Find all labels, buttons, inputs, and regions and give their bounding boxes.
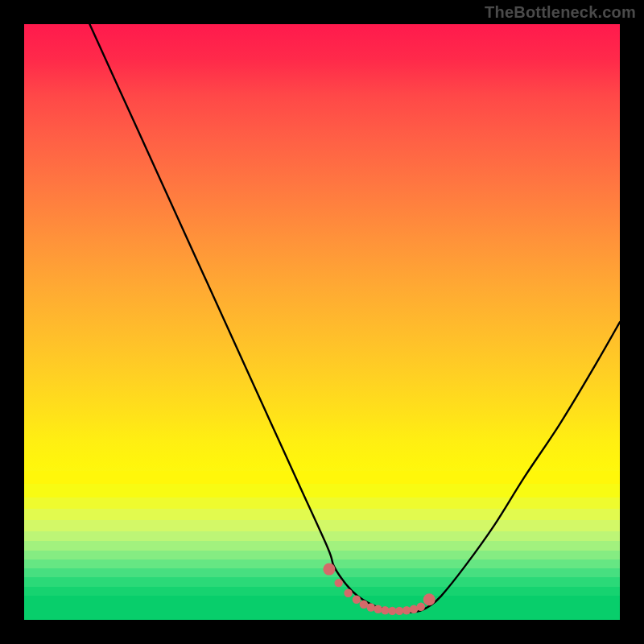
attribution-label: TheBottleneck.com (485, 3, 636, 22)
plot-area (24, 24, 620, 620)
gradient-band (24, 568, 620, 577)
chart-frame: TheBottleneck.com (0, 0, 644, 644)
gradient-band (24, 551, 620, 559)
gradient-band (24, 497, 620, 510)
gradient-band (24, 484, 620, 497)
gradient-band (24, 531, 620, 542)
gradient-band (24, 587, 620, 597)
gradient-band (24, 509, 620, 520)
gradient-band (24, 541, 620, 551)
gradient-band (24, 596, 620, 620)
gradient-band (24, 577, 620, 586)
gradient-band (24, 471, 620, 484)
gradient-band (24, 559, 620, 568)
gradient-band (24, 520, 620, 530)
